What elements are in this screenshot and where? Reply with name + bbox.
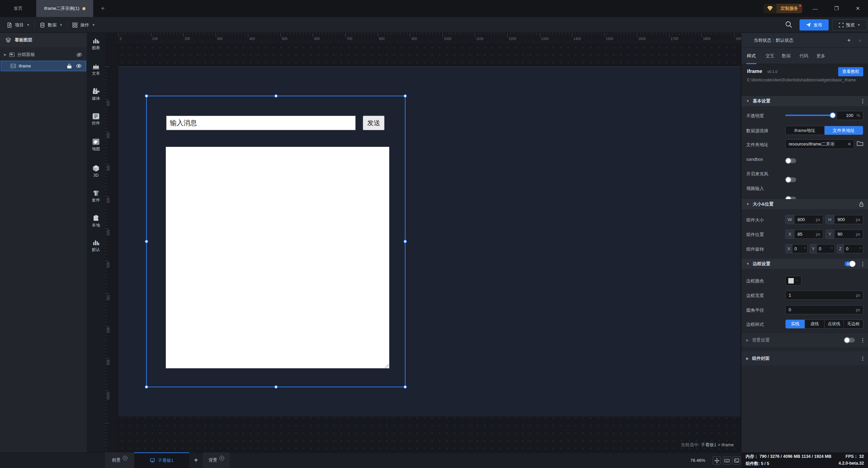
publish-button[interactable]: 发布 — [800, 19, 829, 31]
canvas[interactable]: 0100200300400500600700800900100011001200… — [105, 33, 743, 452]
message-textarea[interactable] — [166, 147, 389, 368]
send-button[interactable]: 发送 — [363, 116, 384, 130]
background-tab[interactable]: 背景+ — [203, 452, 230, 468]
option-none[interactable]: 无边框 — [844, 320, 863, 328]
option-dotted[interactable]: 点状线 — [825, 320, 844, 328]
custom-service-badge[interactable]: 定制服务 — [764, 4, 802, 13]
option-solid[interactable]: 实线 — [786, 320, 805, 328]
option-iframe-url[interactable]: iframe地址 — [786, 126, 825, 135]
border-toggle[interactable] — [845, 261, 855, 266]
rot-x-input[interactable]: X 0 ° — [785, 244, 808, 253]
width-input[interactable]: W 800 px — [785, 215, 823, 224]
kebab-menu-icon[interactable] — [862, 356, 864, 362]
minimize-button[interactable]: — — [807, 0, 823, 17]
folder-input[interactable]: resources/iframe二开示 ✕ — [785, 139, 854, 149]
widget-cat-3d[interactable]: 3D — [87, 165, 105, 180]
tab-home[interactable]: 首页 — [0, 0, 36, 17]
border-radius-input[interactable]: 0 px — [785, 305, 863, 314]
menu-data-label: 数据 — [48, 22, 57, 28]
expand-arrow-icon[interactable]: ▶ — [4, 53, 6, 56]
add-foreground-icon[interactable]: + — [123, 456, 127, 461]
opacity-slider[interactable] — [785, 115, 835, 116]
pos-x-input[interactable]: X 85 px — [785, 230, 823, 239]
tutorial-button[interactable]: 查看教程 — [838, 67, 863, 76]
selection-handle-w[interactable] — [145, 240, 148, 243]
option-dashed[interactable]: 虚线 — [805, 320, 824, 328]
tab-interaction[interactable]: 交互 — [766, 48, 774, 64]
section-border-settings[interactable]: ▼ 边框设置 — [742, 259, 868, 269]
new-tab-button[interactable]: + — [97, 0, 108, 17]
folder-browse-icon[interactable] — [857, 141, 863, 146]
mic-toggle[interactable] — [786, 177, 796, 182]
rot-z-input[interactable]: Z 0 ° — [837, 244, 863, 253]
kebab-menu-icon[interactable] — [862, 98, 864, 104]
section-widget-cover[interactable]: ▶ 组件封面 — [742, 352, 868, 365]
widget-cat-default[interactable]: 默认 — [87, 239, 105, 254]
rot-y-input[interactable]: Y 0 ° — [810, 244, 835, 253]
menu-actions[interactable]: 操作▼ — [72, 17, 95, 33]
opacity-input[interactable]: 100 % — [836, 111, 863, 120]
lock-icon[interactable] — [859, 202, 864, 207]
eye-off-icon[interactable] — [76, 52, 82, 57]
tab-data[interactable]: 数据 — [782, 48, 791, 64]
menu-project[interactable]: 项目▼ — [7, 17, 30, 33]
selection-handle-nw[interactable] — [145, 94, 148, 98]
message-input[interactable]: 输入消息 — [166, 116, 356, 130]
selected-iframe-widget[interactable]: 输入消息 发送 — [146, 96, 406, 387]
height-input[interactable]: H 900 px — [825, 215, 863, 224]
tab-code[interactable]: 代码 — [800, 48, 808, 64]
selection-handle-ne[interactable] — [403, 94, 407, 98]
kebab-menu-icon[interactable] — [862, 337, 864, 343]
chevron-down-icon: ▼ — [92, 23, 95, 27]
fit-screen-icon[interactable] — [713, 456, 721, 465]
widget-cat-text[interactable]: 文本 — [87, 63, 105, 78]
zoom-level[interactable]: 76.46% — [690, 452, 705, 468]
tab-more[interactable]: 更多 — [816, 48, 825, 64]
slider-knob[interactable] — [830, 112, 836, 118]
add-state-button[interactable]: + — [847, 37, 851, 44]
clear-icon[interactable]: ✕ — [848, 142, 854, 147]
selection-handle-s[interactable] — [274, 385, 278, 389]
section-background-settings[interactable]: ▶ 背景设置 — [742, 333, 868, 347]
terminal-icon[interactable] — [732, 456, 741, 465]
widget-cat-map[interactable]: 地图 — [87, 138, 105, 153]
selection-handle-sw[interactable] — [145, 385, 148, 389]
pos-y-input[interactable]: Y 90 px — [825, 230, 863, 239]
foreground-tab[interactable]: 前景+ — [105, 452, 134, 468]
eye-icon[interactable] — [76, 64, 82, 68]
layer-item-group[interactable]: ▶ 分组面板 — [0, 50, 87, 59]
sandbox-toggle[interactable] — [786, 158, 796, 163]
border-color-picker[interactable]: ▼ — [785, 276, 802, 286]
search-icon[interactable] — [785, 20, 793, 28]
option-folder-url[interactable]: 文件夹地址 — [825, 126, 863, 135]
background-toggle[interactable] — [845, 338, 855, 343]
selection-handle-se[interactable] — [403, 385, 407, 389]
section-basic-settings[interactable]: ▼ 基本设置 — [742, 96, 868, 106]
close-button[interactable]: ✕ — [850, 0, 866, 17]
layer-item-iframe[interactable]: iframe — [1, 61, 86, 71]
selection-handle-e[interactable] — [403, 240, 407, 243]
board-tab[interactable]: 子看板1 — [134, 452, 189, 468]
border-width-input[interactable]: 1 px — [785, 291, 863, 300]
selection-handle-n[interactable] — [274, 94, 278, 98]
kebab-menu-icon[interactable] — [862, 261, 864, 267]
widget-cat-kits[interactable]: 套件 — [87, 190, 105, 205]
add-background-icon[interactable]: + — [219, 456, 224, 461]
widget-cat-local[interactable]: 本地 — [87, 215, 105, 230]
group-icon — [9, 52, 15, 57]
menu-data[interactable]: 数据▼ — [40, 17, 63, 33]
preview-button[interactable]: 预览 ▼ — [832, 19, 867, 31]
widget-cat-controls[interactable]: 控件 — [87, 113, 105, 128]
resize-grip-icon[interactable] — [385, 364, 389, 368]
border-radius-label: 圆角半径 — [746, 307, 764, 313]
add-board-button[interactable]: + — [189, 452, 203, 468]
section-size-position[interactable]: ▼ 大小&位置 — [742, 199, 868, 209]
tab-document[interactable]: iframe二开示例(1) — [36, 0, 93, 17]
tab-style[interactable]: 样式 — [747, 48, 756, 64]
widget-cat-media[interactable]: 媒体 — [87, 88, 105, 103]
widget-cat-charts[interactable]: 图表 — [87, 37, 105, 52]
keyboard-icon[interactable] — [723, 456, 731, 465]
maximize-button[interactable]: ❐ — [829, 0, 844, 17]
expand-states-icon[interactable]: › — [859, 37, 861, 43]
unlock-icon[interactable] — [67, 63, 72, 69]
